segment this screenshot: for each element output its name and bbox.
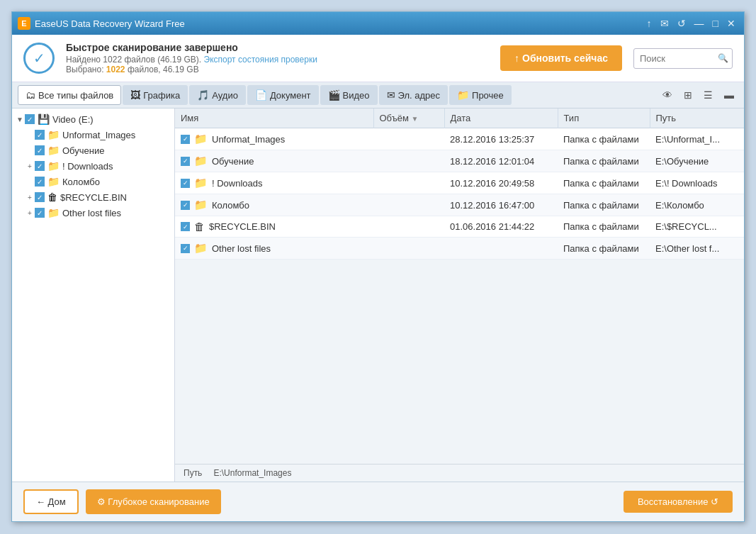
sidebar-item-downloads[interactable]: + ✓ 📁 ! Downloads: [12, 158, 174, 174]
tab-video[interactable]: 🎬 Видео: [320, 85, 378, 105]
cell-size: [373, 172, 444, 194]
cell-type: Папка с файлами: [558, 238, 650, 260]
update-button[interactable]: ↑ Обновить сейчас: [500, 45, 622, 71]
minimize-icon[interactable]: ↑: [644, 18, 655, 29]
col-name[interactable]: Имя: [175, 109, 373, 128]
col-type[interactable]: Тип: [558, 109, 650, 128]
table-row[interactable]: ✓ 📁 Коломбо 10.12.2016 16:47:00 Папка с …: [175, 194, 744, 216]
checkbox-obuchenie[interactable]: ✓: [35, 145, 45, 155]
checkbox-kolombo[interactable]: ✓: [35, 177, 45, 187]
cell-name: ✓ 🗑 $RECYCLE.BIN: [175, 216, 373, 238]
table-header-row: Имя Объём ▼ Дата Тип: [175, 109, 744, 128]
selected-text: Выбрано: 1022 файлов, 46.19 GB: [66, 65, 489, 74]
minimize-button[interactable]: —: [692, 18, 707, 29]
graphics-icon: 🖼: [130, 89, 140, 101]
row-checkbox-1[interactable]: ✓: [181, 157, 190, 166]
path-value: E:\Unformat_Images: [213, 468, 291, 478]
cell-path: E:\Обучение: [650, 150, 744, 172]
tab-document-label: Документ: [270, 90, 311, 101]
checkbox-downloads[interactable]: ✓: [35, 161, 45, 171]
row-checkbox-2[interactable]: ✓: [181, 179, 190, 188]
header-text: Быстрое сканирование завершено Найдено 1…: [66, 42, 489, 74]
list-view-btn[interactable]: ☰: [699, 87, 717, 104]
sidebar-item-unformat[interactable]: ✓ 📁 Unformat_Images: [12, 127, 174, 143]
export-link[interactable]: Экспорт состояния проверки: [204, 55, 317, 65]
table-row[interactable]: ✓ 📁 Обучение 18.12.2016 12:01:04 Папка с…: [175, 150, 744, 172]
status-icon: ✓: [23, 43, 55, 74]
sort-arrow-size: ▼: [412, 115, 419, 123]
table-row[interactable]: ✓ 📁 Other lost files Папка с файлами E:\…: [175, 238, 744, 260]
tab-all-label: Все типы файлов: [38, 90, 113, 101]
tab-document[interactable]: 📄 Документ: [247, 85, 319, 105]
search-wrapper: [633, 48, 733, 69]
col-date[interactable]: Дата: [444, 109, 558, 128]
tab-graphics-label: Графика: [143, 90, 180, 101]
tab-graphics[interactable]: 🖼 Графика: [123, 85, 188, 105]
checkbox-video-e[interactable]: ✓: [25, 114, 35, 124]
window-controls: ↑ ✉ ↺ — □ ✕: [644, 18, 738, 29]
document-icon: 📄: [255, 89, 267, 101]
tab-email[interactable]: ✉ Эл. адрес: [379, 85, 448, 105]
cell-date: 18.12.2016 12:01:04: [444, 150, 558, 172]
checkbox-unformat[interactable]: ✓: [35, 130, 45, 140]
folder-icon-obuchenie: 📁: [47, 145, 60, 156]
label-obuchenie: Обучение: [62, 145, 104, 156]
close-button[interactable]: ✕: [724, 18, 738, 29]
filename: ! Downloads: [212, 178, 263, 189]
tab-other[interactable]: 📁 Прочее: [449, 85, 512, 105]
search-input[interactable]: [633, 48, 733, 69]
bottom-left-buttons: ← Дом ⚙ Глубокое сканирование: [23, 489, 221, 514]
grid-view-btn[interactable]: ⊞: [679, 87, 696, 104]
table-row[interactable]: ✓ 📁 ! Downloads 10.12.2016 20:49:58 Папк…: [175, 172, 744, 194]
cell-type: Папка с файлами: [558, 150, 650, 172]
cell-path: E:\Unformat_I...: [650, 128, 744, 150]
back-button[interactable]: ← Дом: [23, 489, 79, 514]
email-icon: ✉: [387, 89, 395, 101]
checkbox-other-lost[interactable]: ✓: [35, 208, 45, 218]
main-content: ▼ ✓ 💾 Video (E:) ✓ 📁 Unformat_Images ✓ 📁…: [12, 109, 744, 482]
message-icon[interactable]: ✉: [658, 18, 672, 29]
video-icon: 🎬: [328, 89, 340, 101]
tab-audio[interactable]: 🎵 Аудио: [189, 85, 246, 105]
filename: Other lost files: [212, 243, 271, 254]
status-bar: Путь E:\Unformat_Images: [175, 464, 744, 482]
sidebar-item-other-lost[interactable]: + ✓ 📁 Other lost files: [12, 205, 174, 221]
detail-view-btn[interactable]: ▬: [720, 87, 738, 104]
toggle-other-lost: +: [25, 209, 35, 217]
sidebar-item-obuchenie[interactable]: ✓ 📁 Обучение: [12, 143, 174, 158]
row-checkbox-3[interactable]: ✓: [181, 201, 190, 210]
row-checkbox-5[interactable]: ✓: [181, 244, 190, 253]
row-checkbox-0[interactable]: ✓: [181, 135, 190, 144]
cell-size: [373, 238, 444, 260]
sidebar-item-recycle[interactable]: + ✓ 🗑 $RECYCLE.BIN: [12, 189, 174, 205]
sidebar-item-video-e[interactable]: ▼ ✓ 💾 Video (E:): [12, 111, 174, 127]
view-controls: 👁 ⊞ ☰ ▬: [658, 87, 738, 104]
refresh-icon[interactable]: ↺: [675, 18, 689, 29]
col-path[interactable]: Путь: [650, 109, 744, 128]
audio-icon: 🎵: [197, 89, 209, 101]
tab-all[interactable]: 🗂 Все типы файлов: [18, 85, 121, 105]
toggle-video-e: ▼: [15, 116, 25, 123]
window-title: EaseUS Data Recovery Wizard Free: [35, 18, 644, 29]
cell-type: Папка с файлами: [558, 172, 650, 194]
toggle-downloads: +: [25, 162, 35, 170]
checkbox-recycle[interactable]: ✓: [35, 192, 45, 202]
restore-button[interactable]: Восстановление ↺: [624, 491, 733, 513]
folder-icon-kolombo: 📁: [47, 176, 60, 187]
sidebar-item-kolombo[interactable]: ✓ 📁 Коломбо: [12, 174, 174, 189]
file-list-scroll[interactable]: Имя Объём ▼ Дата Тип: [175, 109, 744, 464]
eye-view-btn[interactable]: 👁: [658, 87, 677, 104]
label-other-lost: Other lost files: [62, 208, 121, 218]
deep-scan-button[interactable]: ⚙ Глубокое сканирование: [86, 489, 221, 514]
table-row[interactable]: ✓ 📁 Unformat_Images 28.12.2016 13:25:37 …: [175, 128, 744, 150]
filename: Коломбо: [212, 200, 249, 211]
cell-size: [373, 128, 444, 150]
row-checkbox-4[interactable]: ✓: [181, 222, 190, 231]
cell-name: ✓ 📁 Обучение: [175, 150, 373, 172]
maximize-button[interactable]: □: [710, 18, 721, 29]
all-icon: 🗂: [26, 89, 35, 101]
filename: Обучение: [212, 156, 254, 167]
table-row[interactable]: ✓ 🗑 $RECYCLE.BIN 01.06.2016 21:44:22 Пап…: [175, 216, 744, 238]
col-size[interactable]: Объём ▼: [373, 109, 444, 128]
sidebar: ▼ ✓ 💾 Video (E:) ✓ 📁 Unformat_Images ✓ 📁…: [12, 109, 175, 482]
